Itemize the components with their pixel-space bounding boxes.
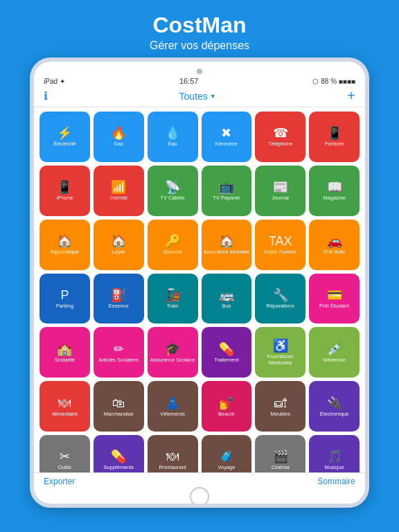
category-label: iPhone: [57, 195, 73, 201]
summary-button[interactable]: Sommaire: [317, 477, 355, 486]
category-label: Impôt Foncier: [265, 249, 296, 255]
category-icon: 📺: [219, 181, 234, 193]
category-icon: 💅: [219, 397, 234, 409]
category-cell[interactable]: TAXImpôt Foncier: [255, 220, 305, 270]
grid-container: ⚡Électricité🔥Gaz💧Eau✖Kérosène☎Téléphone📱…: [34, 107, 365, 472]
category-label: Eau: [168, 141, 177, 147]
app-header: CostMan Gérer vos dépenses: [150, 0, 249, 57]
category-label: Meubles: [271, 411, 290, 417]
category-grid: ⚡Électricité🔥Gaz💧Eau✖Kérosène☎Téléphone📱…: [39, 112, 360, 472]
category-cell[interactable]: ⚡Électricité: [39, 112, 90, 162]
category-icon: 🏠: [219, 235, 234, 247]
category-cell[interactable]: 📱iPhone: [39, 166, 90, 216]
category-cell[interactable]: ⛽Essence: [94, 274, 144, 324]
category-cell[interactable]: 🚗Prêt Auto: [309, 220, 360, 270]
category-cell[interactable]: 💊Traitement: [202, 327, 252, 378]
category-icon: 🔥: [111, 127, 126, 139]
category-icon: 🎵: [327, 450, 342, 463]
category-label: Musique: [324, 464, 344, 470]
category-cell[interactable]: 📱Portable: [309, 112, 360, 162]
category-cell[interactable]: 🏠Assurance Incendie: [202, 220, 252, 270]
category-cell[interactable]: 📰Journal: [255, 166, 305, 216]
category-cell[interactable]: ✏Articles Scolaires: [94, 327, 144, 378]
category-label: Parking: [56, 303, 73, 309]
category-label: Marchandise: [104, 411, 134, 417]
app-title: CostMan: [150, 12, 249, 38]
category-cell[interactable]: 🎬Cinéma: [255, 435, 305, 472]
home-indicator-area: [34, 490, 365, 504]
nav-title: Toutes ▼: [179, 91, 216, 102]
category-cell[interactable]: 📡TV Câblée: [148, 166, 198, 216]
category-cell[interactable]: 🏫Scolarité: [39, 327, 90, 378]
info-icon[interactable]: ℹ: [44, 89, 48, 103]
category-cell[interactable]: ✂Outils: [39, 435, 90, 472]
category-cell[interactable]: 🎵Musique: [309, 435, 360, 472]
category-cell[interactable]: 🍽Alimentaire: [39, 381, 90, 432]
category-cell[interactable]: 💳Prêt Étudiant: [309, 274, 360, 324]
home-button[interactable]: [190, 487, 209, 506]
export-button[interactable]: Exporter: [44, 477, 75, 486]
category-cell[interactable]: 🔑Sécurité: [148, 220, 198, 270]
category-icon: 📖: [327, 181, 342, 193]
add-button[interactable]: +: [347, 88, 355, 104]
category-cell[interactable]: 🚂Train: [148, 274, 198, 324]
category-icon: 🏠: [57, 235, 72, 247]
filter-icon[interactable]: ▼: [210, 93, 216, 100]
category-icon: 💧: [165, 127, 180, 139]
category-label: Réparations: [267, 303, 294, 309]
status-right: ⬡ 88 % ■■■■: [312, 78, 355, 85]
category-cell[interactable]: 💅Beauté: [202, 381, 252, 432]
category-cell[interactable]: 🚌Bus: [202, 274, 252, 324]
category-cell[interactable]: 👗Vêtements: [148, 381, 198, 432]
category-label: Électricité: [53, 141, 76, 147]
category-cell[interactable]: ☎Téléphone: [255, 112, 305, 162]
category-icon: ✏: [114, 343, 124, 355]
category-label: Outils: [58, 464, 71, 470]
category-cell[interactable]: ♿Fournitures Médicales: [255, 327, 305, 378]
category-icon: 🚗: [327, 235, 342, 247]
category-label: Prêt Étudiant: [319, 303, 349, 309]
category-label: Beauté: [218, 411, 235, 417]
category-icon: 📱: [327, 127, 342, 139]
category-cell[interactable]: 🧳Voyage: [202, 435, 252, 472]
category-label: Prêt Auto: [323, 249, 345, 255]
category-icon: 🚂: [165, 289, 180, 301]
category-cell[interactable]: 🔧Réparations: [255, 274, 305, 324]
category-icon: 🎓: [165, 343, 180, 355]
category-label: Hypothèque: [51, 249, 78, 255]
category-icon: P: [60, 289, 69, 301]
category-cell[interactable]: 📖Magazine: [309, 166, 360, 216]
category-icon: 📡: [165, 181, 180, 193]
category-label: Rrestaurant: [159, 464, 186, 470]
category-cell[interactable]: 🔌Électronique: [309, 381, 360, 432]
category-label: Alimentaire: [52, 411, 78, 417]
category-icon: 💉: [327, 343, 342, 355]
category-cell[interactable]: 📺TV Payante: [202, 166, 252, 216]
category-label: Voyage: [218, 464, 235, 470]
category-icon: ⛽: [111, 289, 126, 301]
category-icon: 👗: [165, 397, 180, 409]
category-icon: ⚡: [57, 127, 72, 139]
category-cell[interactable]: 💧Eau: [148, 112, 198, 162]
category-label: Articles Scolaires: [98, 357, 139, 363]
category-cell[interactable]: 🍽Rrestaurant: [148, 435, 198, 472]
category-cell[interactable]: ✖Kérosène: [202, 112, 252, 162]
category-label: Internet: [110, 195, 127, 201]
category-label: TV Payante: [213, 195, 240, 201]
category-cell[interactable]: 🏠Loyer: [94, 220, 144, 270]
category-cell[interactable]: 🎓Assurance Scolaire: [148, 327, 198, 378]
category-cell[interactable]: PParking: [39, 274, 90, 324]
category-cell[interactable]: 🔥Gaz: [94, 112, 144, 162]
device-frame: iPad ✦ 16:57 ⬡ 88 % ■■■■ ℹ Toutes ▼ + ⚡É…: [30, 57, 369, 508]
category-cell[interactable]: 📶Internet: [94, 166, 144, 216]
category-cell[interactable]: 💉Médecine: [309, 327, 360, 378]
category-cell[interactable]: 🏠Hypothèque: [39, 220, 90, 270]
category-icon: 🧳: [219, 450, 234, 463]
category-label: Train: [167, 303, 179, 309]
category-label: Assurance Scolaire: [150, 357, 195, 363]
category-label: Portable: [325, 141, 344, 147]
category-cell[interactable]: 🛋Meubles: [255, 381, 305, 432]
category-cell[interactable]: 💊Suppléments: [94, 435, 144, 472]
category-label: Médecine: [323, 357, 346, 363]
category-cell[interactable]: 🛍Marchandise: [94, 381, 144, 432]
